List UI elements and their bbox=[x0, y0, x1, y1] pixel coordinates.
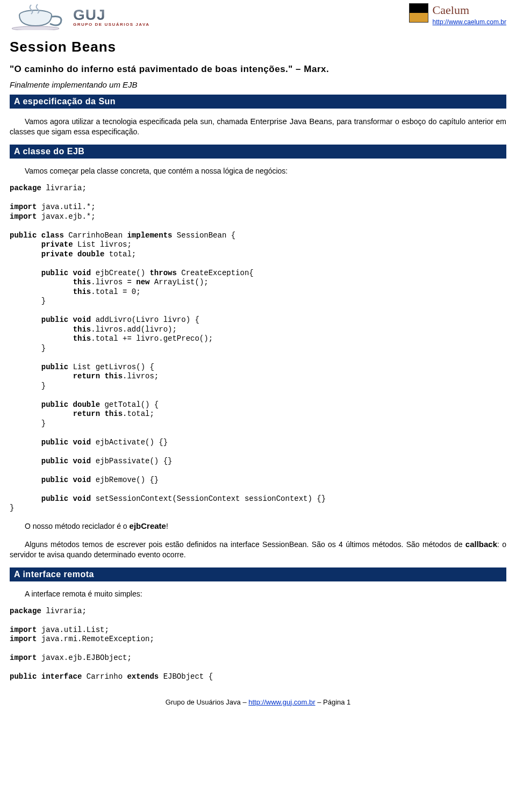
coffee-cup-icon bbox=[10, 3, 69, 30]
section1-highlight: Enterprise Java Beans bbox=[250, 117, 332, 126]
section2-intro: Vamos começar pela classe concreta, que … bbox=[10, 166, 506, 176]
section2-p3-hl: callback bbox=[465, 540, 497, 549]
caelum-text: Caelum http://www.caelum.com.br bbox=[433, 3, 506, 26]
section1-paragraph: Vamos agora utilizar a tecnologia especi… bbox=[10, 116, 506, 137]
section2-p2-a: O nosso método reciclador é o bbox=[25, 522, 130, 530]
quote-attribution: – Marx. bbox=[293, 64, 329, 74]
svg-point-1 bbox=[12, 26, 59, 30]
section-bar-classe: A classe do EJB bbox=[10, 145, 506, 159]
section2-p3-a: Alguns métodos temos de escrever pois es… bbox=[25, 540, 465, 549]
epigraph-quote: "O caminho do inferno está pavimentado d… bbox=[10, 64, 506, 75]
caelum-icon bbox=[409, 3, 428, 23]
caelum-link[interactable]: http://www.caelum.com.br bbox=[433, 18, 506, 26]
caelum-name: Caelum bbox=[433, 3, 506, 17]
caelum-block: Caelum http://www.caelum.com.br bbox=[409, 3, 506, 26]
section2-p2-hl: ejbCreate bbox=[130, 521, 166, 530]
page-header: GUJ GRUPO DE USUÁRIOS JAVA Caelum http:/… bbox=[10, 0, 506, 34]
subheading: Finalmente implementando um EJB bbox=[10, 80, 506, 89]
section2-p2-b: ! bbox=[166, 522, 168, 530]
quote-text: "O caminho do inferno está pavimentado d… bbox=[10, 64, 293, 74]
code-block-interface: package livraria; import java.util.List;… bbox=[10, 607, 506, 682]
section2-paragraph3: Alguns métodos temos de escrever pois es… bbox=[10, 539, 506, 560]
section-bar-interface: A interface remota bbox=[10, 567, 506, 581]
guj-logo-block: GUJ GRUPO DE USUÁRIOS JAVA bbox=[10, 3, 150, 30]
section1-text-a: Vamos agora utilizar a tecnologia especi… bbox=[25, 117, 250, 126]
footer-text-b: – Página 1 bbox=[316, 698, 351, 706]
section-bar-spec: A especificação da Sun bbox=[10, 95, 506, 109]
code-block-carrinhobean: package livraria; import java.util.*; im… bbox=[10, 184, 506, 513]
page-footer: Grupo de Usuários Java – http://www.guj.… bbox=[10, 698, 506, 706]
guj-logo-text: GUJ bbox=[73, 6, 150, 24]
footer-link[interactable]: http://www.guj.com.br bbox=[248, 698, 315, 706]
guj-subtitle: GRUPO DE USUÁRIOS JAVA bbox=[73, 22, 150, 27]
section3-intro: A interface remota é muito simples: bbox=[10, 589, 506, 599]
section2-paragraph2: O nosso método reciclador é o ejbCreate! bbox=[10, 521, 506, 531]
page-title: Session Beans bbox=[10, 39, 506, 55]
guj-text-block: GUJ GRUPO DE USUÁRIOS JAVA bbox=[73, 6, 150, 27]
footer-text-a: Grupo de Usuários Java – bbox=[166, 698, 249, 706]
